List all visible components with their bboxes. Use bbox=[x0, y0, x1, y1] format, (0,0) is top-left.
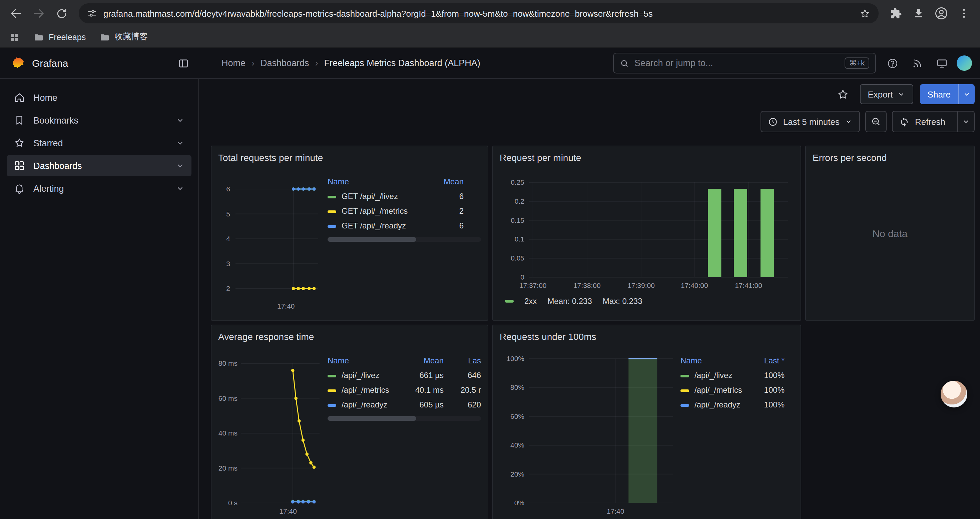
svg-text:17:40: 17:40 bbox=[279, 507, 297, 515]
legend-header-mean[interactable]: Mean bbox=[429, 174, 481, 189]
scrollbar-thumb[interactable] bbox=[328, 416, 417, 421]
series-mean: 2 bbox=[429, 204, 481, 219]
requests-per-minute-chart[interactable]: 0.250.20.150.10.05017:37:0017:38:0017:39… bbox=[500, 166, 793, 293]
avg-response-chart[interactable]: 80 ms60 ms40 ms20 ms0 s17:40 bbox=[218, 345, 323, 516]
chevron-down-icon bbox=[175, 115, 185, 125]
downloads-button[interactable] bbox=[908, 3, 929, 24]
share-label: Share bbox=[920, 84, 958, 104]
grafana-logo[interactable] bbox=[11, 56, 25, 70]
legend: Name Last * /api/_/livez 100% bbox=[681, 345, 794, 412]
svg-text:0.05: 0.05 bbox=[511, 254, 524, 262]
url-bar[interactable] bbox=[79, 3, 878, 23]
legend-row[interactable]: /api/_/livez 661 µs 646 bbox=[328, 368, 481, 383]
floating-avatar-button[interactable] bbox=[941, 381, 967, 407]
svg-text:0.15: 0.15 bbox=[511, 216, 524, 224]
search-input[interactable] bbox=[635, 58, 839, 68]
series-name: GET /api/_/livez bbox=[342, 192, 398, 201]
refresh-button[interactable]: Refresh bbox=[892, 111, 975, 132]
breadcrumb-dashboards[interactable]: Dashboards bbox=[261, 58, 309, 68]
caret-down-icon bbox=[845, 118, 853, 126]
sidebar-item-home[interactable]: Home bbox=[7, 87, 191, 108]
brand-name[interactable]: Grafana bbox=[32, 57, 68, 69]
sidebar-item-bookmarks[interactable]: Bookmarks bbox=[7, 110, 191, 131]
help-button[interactable] bbox=[883, 53, 903, 73]
panel-title[interactable]: Requests under 100ms bbox=[500, 329, 794, 345]
bookmark-star-icon[interactable] bbox=[859, 8, 870, 19]
legend-row[interactable]: GET /api/_/livez 6 bbox=[328, 189, 481, 204]
series-swatch bbox=[328, 211, 336, 213]
extensions-button[interactable] bbox=[885, 3, 907, 24]
favorite-dashboard-button[interactable] bbox=[833, 84, 853, 104]
export-button[interactable]: Export bbox=[859, 84, 913, 104]
svg-text:17:40: 17:40 bbox=[607, 507, 624, 515]
sidebar-item-label: Bookmarks bbox=[33, 115, 78, 125]
series-swatch bbox=[328, 375, 336, 377]
legend-header-last[interactable]: Last * bbox=[743, 353, 784, 368]
panel-title[interactable]: Average response time bbox=[218, 329, 481, 345]
reload-button[interactable] bbox=[51, 3, 72, 24]
zoom-out-icon bbox=[871, 116, 881, 127]
series-mean: 661 µs bbox=[397, 368, 444, 383]
chart-legend: 2xx Mean: 0.233 Max: 0.233 bbox=[500, 293, 794, 306]
back-arrow-icon bbox=[10, 7, 23, 20]
bookmark-icon bbox=[13, 114, 25, 126]
panel-title[interactable]: Total requests per minute bbox=[218, 150, 481, 166]
bookmark-folder-freeleaps[interactable]: Freeleaps bbox=[33, 32, 86, 42]
folder-icon bbox=[99, 32, 110, 42]
series-name[interactable]: 2xx bbox=[524, 297, 537, 306]
legend-header-last[interactable]: Las bbox=[444, 353, 481, 368]
sidebar-item-dashboards[interactable]: Dashboards bbox=[7, 155, 191, 176]
share-menu-caret[interactable] bbox=[958, 84, 975, 104]
scrollbar-thumb[interactable] bbox=[328, 237, 417, 242]
legend-header-name[interactable]: Name bbox=[328, 353, 397, 368]
forward-button[interactable] bbox=[28, 3, 49, 24]
under-100ms-chart[interactable]: 100%80%60%40%20%0%17:40 bbox=[500, 345, 676, 516]
bookmark-folder-label: 收藏博客 bbox=[115, 31, 148, 43]
sidebar-item-label: Starred bbox=[33, 138, 63, 148]
legend-row[interactable]: /api/_/readyz 100% bbox=[681, 398, 784, 412]
legend-row[interactable]: /api/_/metrics 100% bbox=[681, 383, 784, 398]
legend-header-name[interactable]: Name bbox=[328, 174, 429, 189]
refresh-interval-caret[interactable] bbox=[957, 112, 974, 132]
total-requests-chart[interactable]: 6543217:40 bbox=[218, 166, 323, 315]
panel-errors-per-second: Errors per second No data bbox=[805, 145, 975, 321]
menu-button[interactable] bbox=[953, 3, 975, 24]
no-data-message: No data bbox=[806, 146, 974, 320]
site-settings-icon[interactable] bbox=[87, 8, 97, 19]
browser-toolbar bbox=[0, 0, 980, 27]
legend-header-mean[interactable]: Mean bbox=[397, 353, 444, 368]
legend-row[interactable]: GET /api/_/metrics 2 bbox=[328, 204, 481, 219]
legend-row[interactable]: /api/_/metrics 40.1 ms 20.5 r bbox=[328, 383, 481, 398]
series-swatch bbox=[328, 196, 336, 198]
legend-header-name[interactable]: Name bbox=[681, 353, 743, 368]
series-name: /api/_/metrics bbox=[694, 385, 742, 395]
legend-scrollbar[interactable] bbox=[328, 416, 481, 421]
profile-button[interactable] bbox=[931, 3, 952, 24]
kiosk-mode-button[interactable] bbox=[932, 53, 952, 73]
url-input[interactable] bbox=[103, 8, 853, 18]
header-icons bbox=[876, 53, 980, 73]
search-shortcut-badge: ⌘+k bbox=[845, 57, 869, 69]
share-button[interactable]: Share bbox=[920, 84, 975, 104]
user-avatar[interactable] bbox=[957, 56, 972, 71]
legend-scrollbar[interactable] bbox=[328, 237, 481, 242]
news-feed-button[interactable] bbox=[907, 53, 927, 73]
bookmark-folder-blogs[interactable]: 收藏博客 bbox=[99, 31, 148, 43]
series-mean: 6 bbox=[429, 189, 481, 204]
apps-grid-icon[interactable] bbox=[10, 32, 20, 42]
legend-row[interactable]: /api/_/readyz 605 µs 620 bbox=[328, 398, 481, 412]
panel-title[interactable]: Request per minute bbox=[500, 150, 794, 166]
sidebar-item-alerting[interactable]: Alerting bbox=[7, 178, 191, 199]
sidebar-item-starred[interactable]: Starred bbox=[7, 132, 191, 153]
svg-text:40 ms: 40 ms bbox=[218, 429, 237, 437]
legend-row[interactable]: /api/_/livez 100% bbox=[681, 368, 784, 383]
zoom-out-button[interactable] bbox=[865, 111, 887, 132]
search-box[interactable]: ⌘+k bbox=[613, 53, 876, 73]
time-range-picker[interactable]: Last 5 minutes bbox=[760, 111, 860, 132]
legend-row[interactable]: GET /api/_/readyz 6 bbox=[328, 219, 481, 233]
bookmark-folder-label: Freeleaps bbox=[49, 32, 86, 42]
back-button[interactable] bbox=[5, 3, 27, 24]
collapse-sidebar-button[interactable] bbox=[177, 57, 189, 69]
svg-text:20 ms: 20 ms bbox=[218, 464, 237, 472]
breadcrumb-home[interactable]: Home bbox=[221, 58, 245, 68]
